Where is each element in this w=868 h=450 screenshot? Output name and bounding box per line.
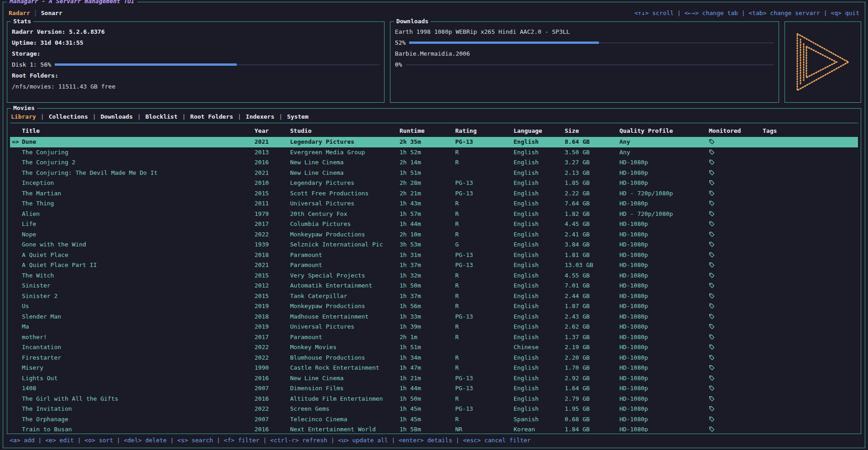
movies-tabs: Library|Collections|Downloads|Blocklist|… xyxy=(10,112,858,123)
monitored-tag-icon xyxy=(709,334,715,340)
cell-quality: Any xyxy=(619,137,709,147)
movies-tab-collections[interactable]: Collections xyxy=(49,113,88,120)
cell-monitored xyxy=(709,199,763,209)
cell-monitored xyxy=(709,383,763,394)
movies-panel-title: Movies xyxy=(11,105,37,111)
table-row[interactable]: The Conjuring: The Devil Made Me Do It20… xyxy=(10,168,858,178)
cell-title: Life xyxy=(22,219,255,230)
table-row[interactable]: The Conjuring 22016New Line Cinema2h 14m… xyxy=(10,157,858,168)
movies-tab-blocklist[interactable]: Blocklist xyxy=(146,113,177,120)
table-row[interactable]: Misery1990Castle Rock Entertainment1h 47… xyxy=(10,363,858,373)
cell-runtime: 1h 43m xyxy=(400,199,455,209)
footer-keybinding-help: <a> add | <e> edit | <o> sort | <del> de… xyxy=(10,437,531,444)
table-row[interactable]: Life2017Columbia Pictures1h 44mREnglish4… xyxy=(10,219,858,230)
movies-tab-downloads[interactable]: Downloads xyxy=(101,113,133,120)
cell-size: 4.45 GB xyxy=(565,219,619,230)
cell-monitored xyxy=(709,301,763,312)
table-row[interactable]: 14082007Dimension Films1h 44mPG-13Englis… xyxy=(10,383,858,394)
table-row[interactable]: mother!2017Paramount2h 1mREnglish1.37 GB… xyxy=(10,332,858,343)
table-row[interactable]: The Girl with All the Gifts2016Altitude … xyxy=(10,394,858,404)
table-row[interactable]: The Conjuring2013Evergreen Media Group1h… xyxy=(10,147,858,158)
cell-year: 2016 xyxy=(255,157,290,168)
table-row[interactable]: The Thing2011Universal Pictures1h 43mREn… xyxy=(10,199,858,209)
cell-studio: Monkeypaw Productions xyxy=(290,301,400,312)
cell-rating: R xyxy=(455,322,514,332)
cell-title: The Conjuring 2 xyxy=(22,157,255,168)
cell-monitored xyxy=(709,219,763,230)
monitored-tag-icon xyxy=(709,241,715,247)
monitored-tag-icon xyxy=(709,355,715,361)
cell-quality: HD-1080p xyxy=(619,291,709,302)
cell-size: 2.44 GB xyxy=(565,291,619,302)
cell-studio: Madhouse Entertainment xyxy=(290,312,400,322)
table-row[interactable]: The Witch2015Very Special Projects1h 32m… xyxy=(10,271,858,281)
movies-tab-indexers[interactable]: Indexers xyxy=(246,113,275,120)
cell-rating: R xyxy=(455,414,514,425)
cell-monitored xyxy=(709,373,763,384)
movies-tab-system[interactable]: System xyxy=(287,113,308,120)
table-row[interactable]: A Quiet Place Part II2021Paramount1h 37m… xyxy=(10,260,858,271)
cell-title: The Conjuring xyxy=(22,147,255,158)
cell-runtime: 2h 14m xyxy=(400,157,455,168)
table-row[interactable]: Ma2019Universal Pictures1h 39mREnglish2.… xyxy=(10,322,858,332)
movies-tab-separator: | xyxy=(41,113,44,120)
table-row[interactable]: Lights Out2016New Line Cinema1h 21mPG-13… xyxy=(10,373,858,384)
movies-tab-separator: | xyxy=(182,113,186,120)
table-row[interactable]: The Orphanage2007Telecinco Cinema1h 45mR… xyxy=(10,414,858,425)
cell-language: English xyxy=(514,178,565,188)
table-row[interactable]: The Invitation2022Screen Gems1h 45mPG-13… xyxy=(10,404,858,414)
cell-language: English xyxy=(514,312,565,322)
cell-size: 2.13 GB xyxy=(565,168,619,178)
cell-monitored xyxy=(709,353,763,363)
table-row[interactable]: Gone with the Wind1939Selznick Internati… xyxy=(10,240,858,250)
tab-radarr[interactable]: Radarr xyxy=(9,10,30,16)
cell-year: 2007 xyxy=(255,414,290,425)
cell-runtime: 1h 56m xyxy=(400,301,455,312)
cell-title: Firestarter xyxy=(22,353,255,363)
monitored-tag-icon xyxy=(709,272,715,278)
table-row[interactable]: Incantation2022Monkey Movies1h 51mChines… xyxy=(10,342,858,353)
cell-title: mother! xyxy=(22,332,255,343)
table-row[interactable]: The Martian2015Scott Free Productions2h … xyxy=(10,188,858,199)
cell-monitored xyxy=(709,250,763,261)
cell-quality: HD-1080p xyxy=(619,260,709,271)
monitored-tag-icon xyxy=(709,324,715,330)
cell-size: 0.68 GB xyxy=(565,414,619,425)
cell-language: English xyxy=(514,363,565,373)
cell-quality: HD-1080p xyxy=(619,353,709,363)
monitored-tag-icon xyxy=(709,180,715,186)
table-row[interactable]: Nope2022Monkeypaw Productions2h 10mREngl… xyxy=(10,230,858,240)
table-row[interactable]: Sinister 22015Tank Caterpillar1h 37mREng… xyxy=(10,291,858,302)
cell-size: 1.70 GB xyxy=(565,363,619,373)
cell-size: 2.79 GB xyxy=(565,394,619,404)
cell-language: English xyxy=(514,322,565,332)
cell-studio: Next Entertainment World xyxy=(290,424,400,432)
table-row[interactable]: A Quiet Place2018Paramount1h 31mPG-13Eng… xyxy=(10,250,858,261)
cell-quality: HD-1080p xyxy=(619,168,709,178)
cell-year: 2007 xyxy=(255,383,290,394)
table-row[interactable]: Sinister2012Automatik Entertainment1h 50… xyxy=(10,281,858,291)
table-row[interactable]: Us2019Monkeypaw Productions1h 56mREnglis… xyxy=(10,301,858,312)
cell-quality: HD - 720p/1080p xyxy=(619,209,709,220)
cell-rating: PG-13 xyxy=(455,178,514,188)
table-row[interactable]: Inception2010Legendary Pictures2h 28mPG-… xyxy=(10,178,858,188)
table-row[interactable]: Slender Man2018Madhouse Entertainment1h … xyxy=(10,312,858,322)
cell-language: English xyxy=(514,271,565,281)
cell-year: 2012 xyxy=(255,281,290,291)
cell-title: 1408 xyxy=(22,383,255,394)
table-row[interactable]: Train to Busan2016Next Entertainment Wor… xyxy=(10,424,858,432)
movies-tab-root-folders[interactable]: Root Folders xyxy=(190,113,233,120)
cell-year: 2021 xyxy=(255,168,290,178)
cell-monitored xyxy=(709,424,763,432)
table-row[interactable]: =>Dune2021Legendary Pictures2h 35mPG-13E… xyxy=(10,137,858,147)
monitored-tag-icon xyxy=(709,293,715,299)
movies-tab-library[interactable]: Library xyxy=(11,113,36,120)
cell-quality: HD - 720p/1080p xyxy=(619,188,709,199)
radarr-version: Radarr Version: 5.2.6.8376 xyxy=(12,26,379,37)
monitored-tag-icon xyxy=(709,159,715,165)
table-row[interactable]: Alien197920th Century Fox1h 57mREnglish1… xyxy=(10,209,858,220)
cell-size: 2.20 GB xyxy=(565,353,619,363)
cell-title: A Quiet Place Part II xyxy=(22,260,255,271)
tab-sonarr[interactable]: Sonarr xyxy=(41,10,62,16)
table-row[interactable]: Firestarter2022Blumhouse Productions1h 3… xyxy=(10,353,858,363)
